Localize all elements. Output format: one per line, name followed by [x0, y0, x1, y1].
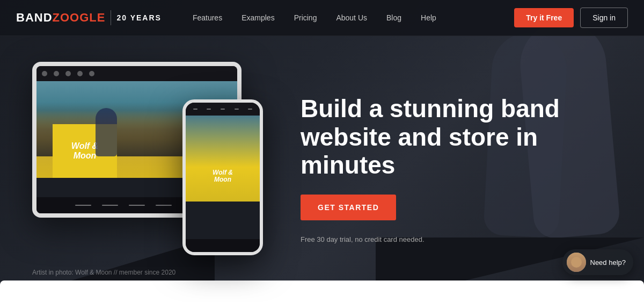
- phone-hero-image: Wolf &Moon: [186, 116, 260, 202]
- phone-wolf-moon-text: Wolf &Moon: [213, 169, 233, 183]
- tablet-icon-1: [42, 71, 47, 76]
- logo-years: 20 YEARS: [116, 13, 161, 22]
- tablet-nav-dot-4: [156, 205, 172, 206]
- tablet-icon-5: [89, 71, 94, 76]
- nav-examples[interactable]: Examples: [232, 0, 284, 36]
- phone-mockup: Wolf &Moon: [182, 99, 263, 255]
- hero-text-section: Build a stunning band website and store …: [290, 95, 612, 244]
- tablet-icon-2: [54, 71, 59, 76]
- phone-top-bar: [186, 103, 260, 116]
- phone-dot-3: [221, 109, 225, 110]
- free-trial-text: Free 30 day trial, no credit card needed…: [301, 235, 612, 243]
- main-content: Wolf &Moon: [0, 36, 644, 302]
- nav-help[interactable]: Help: [411, 0, 446, 36]
- tablet-nav-dot-2: [102, 205, 118, 206]
- phone-dot-5: [248, 109, 252, 110]
- photo-caption: Artist in photo: Wolf & Moon // member s…: [32, 269, 175, 276]
- try-free-button[interactable]: Try it Free: [514, 8, 574, 27]
- phone-dot-4: [235, 109, 239, 110]
- tablet-nav-dot-1: [75, 205, 91, 206]
- phone-screen: Wolf &Moon: [186, 103, 260, 252]
- tablet-top-bar: [36, 66, 237, 81]
- support-avatar: [567, 253, 586, 272]
- navigation: BANDZOOGLE 20 YEARS Features Examples Pr…: [0, 0, 644, 36]
- logo-divider: [111, 10, 111, 25]
- tablet-icon-3: [65, 71, 71, 76]
- tablet-figure: [96, 108, 117, 156]
- device-mockups: Wolf &Moon: [32, 56, 268, 282]
- nav-blog[interactable]: Blog: [377, 0, 411, 36]
- phone-dot-1: [193, 109, 197, 110]
- tablet-wolf-moon-text: Wolf &Moon: [71, 141, 98, 160]
- nav-links: Features Examples Pricing About Us Blog …: [183, 0, 514, 36]
- nav-pricing[interactable]: Pricing: [284, 0, 327, 36]
- logo-zoogle: ZOOGLE: [53, 11, 106, 25]
- need-help-label: Need help?: [590, 258, 626, 267]
- nav-actions: Try it Free Sign in: [514, 8, 628, 28]
- phone-dot-2: [207, 109, 211, 110]
- sign-in-button[interactable]: Sign in: [580, 8, 628, 28]
- logo-band: BAND: [16, 11, 53, 25]
- avatar-face: [567, 253, 586, 272]
- need-help-widget[interactable]: Need help?: [562, 249, 634, 275]
- tablet-icon-4: [77, 71, 83, 76]
- nav-features[interactable]: Features: [183, 0, 232, 36]
- phone-bottom-nav: [186, 239, 260, 252]
- hero-heading: Build a stunning band website and store …: [301, 95, 612, 180]
- tablet-nav-dot-3: [129, 205, 145, 206]
- nav-about-us[interactable]: About Us: [326, 0, 377, 36]
- caption-text: Artist in photo: Wolf & Moon // member s…: [32, 269, 175, 276]
- logo[interactable]: BANDZOOGLE 20 YEARS: [16, 10, 162, 25]
- get-started-button[interactable]: GET STARTED: [301, 195, 396, 220]
